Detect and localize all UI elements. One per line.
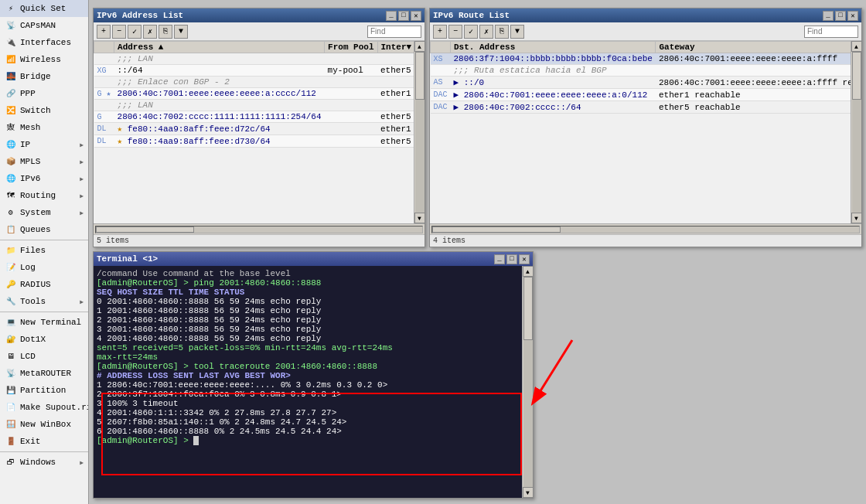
ipv6-route-hscroll-track[interactable]	[431, 226, 860, 233]
remove-route-button[interactable]: −	[448, 25, 462, 39]
ipv6-route-scroll[interactable]: Dst. Address Gateway XS 2806:3f7:1004::b…	[430, 41, 851, 223]
ipv6-addr-scroll[interactable]: Address ▲ From Pool Inter▼ ;;; LAN XG ::…	[94, 41, 414, 223]
sidebar-item-quick-set[interactable]: ⚡ Quick Set	[0, 0, 88, 17]
table-row[interactable]: XS 2806:3f7:1004::bbbb:bbbb:bbbb:f0ca:be…	[431, 53, 851, 65]
capsman-icon: 📡	[5, 19, 17, 32]
route-col-gw[interactable]: Gateway	[656, 42, 851, 53]
ipv6-route-scroll-thumb[interactable]	[852, 52, 861, 100]
sidebar-item-wireless[interactable]: 📶 Wireless	[0, 51, 88, 68]
bridge-icon: 🌉	[5, 70, 17, 83]
sidebar-item-ipv6[interactable]: 🌐 IPv6 ▶	[0, 170, 88, 187]
route-col-dst[interactable]: Dst. Address	[451, 42, 656, 53]
add-route-button[interactable]: +	[433, 25, 447, 39]
sidebar-item-windows[interactable]: 🗗 Windows ▶	[0, 454, 88, 471]
ipv6-route-controls: _ □ ✕	[823, 11, 858, 21]
sidebar-item-mesh[interactable]: 🕸 Mesh	[0, 119, 88, 136]
ipv6-addr-hscrollbar[interactable]	[94, 223, 424, 234]
sidebar-item-bridge[interactable]: 🌉 Bridge	[0, 68, 88, 85]
ping-maxrtt: max-rtt=24ms	[97, 352, 530, 362]
quick-set-icon: ⚡	[5, 2, 17, 15]
table-row[interactable]: G ★ 2806:40c:7001:eeee:eeee:eeee:a:cccc/…	[94, 88, 414, 100]
sidebar-item-ppp[interactable]: 🔗 PPP	[0, 85, 88, 102]
ipv6-route-vscrollbar[interactable]: ▲ ▼	[851, 41, 861, 223]
ipv6-addr-scroll-down[interactable]: ▼	[414, 213, 425, 223]
route-col-flag[interactable]	[431, 42, 451, 53]
ipv6-addr-scroll-thumb[interactable]	[415, 52, 424, 100]
addr-col-address[interactable]: Address ▲	[114, 42, 325, 53]
enable-address-button[interactable]: ✓	[128, 25, 141, 39]
terminal-maximize[interactable]: □	[506, 254, 517, 264]
ipv6-addr-minimize[interactable]: _	[386, 11, 397, 21]
sidebar-item-partition[interactable]: 💾 Partition	[0, 382, 88, 399]
terminal-body[interactable]: /command Use command at the base level […	[94, 266, 533, 498]
address-search-input[interactable]	[367, 26, 421, 38]
sidebar-item-dot1x[interactable]: 🔐 Dot1X	[0, 331, 88, 348]
enable-route-button[interactable]: ✓	[464, 25, 478, 39]
sidebar-item-routing[interactable]: 🗺 Routing ▶	[0, 187, 88, 204]
ipv6-addr-scroll-up[interactable]: ▲	[414, 41, 425, 52]
filter-address-button[interactable]: ▼	[174, 25, 188, 39]
table-row[interactable]: DAC ▶ 2806:40c:7001:eeee:eeee:eeee:a:0/1…	[431, 89, 851, 101]
ipv6-addr-hscroll-thumb[interactable]	[96, 226, 194, 233]
table-row[interactable]: AS ▶ ::/0 2806:40c:7001:eeee:eeee:eeee:a…	[431, 77, 851, 89]
ipv6-addr-hscroll-track[interactable]	[95, 226, 423, 233]
copy-route-button[interactable]: ⎘	[495, 25, 509, 39]
terminal-vscrollbar[interactable]: ▲ ▼	[522, 266, 533, 498]
terminal-scroll-track[interactable]	[523, 277, 533, 487]
ipv6-addr-vscrollbar[interactable]: ▲ ▼	[414, 41, 424, 223]
ipv6-addr-maximize[interactable]: □	[398, 11, 409, 21]
sidebar-item-make-supout[interactable]: 📄 Make Supout.rif	[0, 399, 88, 416]
sidebar-item-lcd[interactable]: 🖥 LCD	[0, 348, 88, 365]
terminal-minimize[interactable]: _	[494, 254, 505, 264]
remove-address-button[interactable]: −	[112, 25, 126, 39]
log-icon: 📝	[5, 261, 17, 274]
sidebar-item-exit[interactable]: 🚪 Exit	[0, 433, 88, 450]
sidebar-item-log[interactable]: 📝 Log	[0, 259, 88, 276]
table-row[interactable]: XG ::/64 my-pool ether5	[94, 65, 414, 77]
table-row[interactable]: DL ★ fe80::4aa9:8aff:feee:d72c/64 ether1	[94, 123, 414, 135]
sidebar-item-files[interactable]: 📁 Files	[0, 242, 88, 259]
addr-col-iface[interactable]: Inter▼	[377, 42, 414, 53]
addr-col-flag[interactable]	[94, 42, 114, 53]
sidebar-item-ip[interactable]: 🌐 IP ▶	[0, 136, 88, 153]
terminal-scroll-thumb[interactable]	[523, 277, 533, 340]
ipv6-route-maximize[interactable]: □	[835, 11, 846, 21]
sidebar-item-queues[interactable]: 📋 Queues	[0, 221, 88, 238]
ipv6-addr-scroll-track[interactable]	[415, 52, 424, 213]
sidebar-item-new-winbox[interactable]: 🪟 New WinBox	[0, 416, 88, 433]
sidebar-item-metarouter[interactable]: 📡 MetaROUTER	[0, 365, 88, 382]
sidebar-item-new-terminal[interactable]: 💻 New Terminal	[0, 314, 88, 331]
filter-route-button[interactable]: ▼	[510, 25, 524, 39]
terminal-scroll-up[interactable]: ▲	[523, 266, 534, 277]
ipv6-route-hscrollbar[interactable]	[430, 223, 861, 234]
ping-row-2: 2 2001:4860:4860::8888 56 59 24ms echo r…	[97, 315, 530, 325]
ipv6-route-scroll-up[interactable]: ▲	[851, 41, 862, 52]
disable-route-button[interactable]: ✗	[479, 25, 493, 39]
ipv6-route-close[interactable]: ✕	[847, 11, 858, 21]
table-row: ;;; Ruta estatica hacia el BGP	[431, 65, 851, 77]
terminal-close[interactable]: ✕	[519, 254, 530, 264]
disable-address-button[interactable]: ✗	[143, 25, 157, 39]
table-row[interactable]: DAC ▶ 2806:40c:7002:cccc::/64 ether5 rea…	[431, 101, 851, 114]
sidebar-item-interfaces[interactable]: 🔌 Interfaces	[0, 34, 88, 51]
sidebar-item-radius[interactable]: 🔑 RADIUS	[0, 276, 88, 293]
sidebar-item-mpls[interactable]: 📦 MPLS ▶	[0, 153, 88, 170]
table-row[interactable]: G 2806:40c:7002:cccc:1111:1111:1111:254/…	[94, 111, 414, 123]
terminal-scroll-down[interactable]: ▼	[523, 487, 534, 498]
ipv6-addr-close[interactable]: ✕	[411, 11, 421, 21]
ipv6-route-hscroll-thumb[interactable]	[432, 226, 561, 233]
sidebar-item-capsman[interactable]: 📡 CAPsMAN	[0, 17, 88, 34]
route-search-input[interactable]	[804, 26, 858, 38]
table-row[interactable]: DL ★ fe80::4aa9:8aff:feee:d730/64 ether5	[94, 135, 414, 148]
ipv6-route-scroll-track[interactable]	[852, 52, 861, 213]
ipv6-route-minimize[interactable]: _	[823, 11, 834, 21]
add-address-button[interactable]: +	[97, 25, 111, 39]
trace-header: # ADDRESS LOSS SENT LAST AVG BEST WOR>	[97, 371, 530, 380]
sidebar-item-tools[interactable]: 🔧 Tools ▶	[0, 293, 88, 310]
ipv6-route-scroll-down[interactable]: ▼	[851, 213, 862, 223]
addr-col-pool[interactable]: From Pool	[325, 42, 377, 53]
sidebar-item-system[interactable]: ⚙ System ▶	[0, 204, 88, 221]
copy-address-button[interactable]: ⎘	[159, 25, 172, 39]
terminal-controls: _ □ ✕	[494, 254, 530, 264]
sidebar-item-switch[interactable]: 🔀 Switch	[0, 102, 88, 119]
